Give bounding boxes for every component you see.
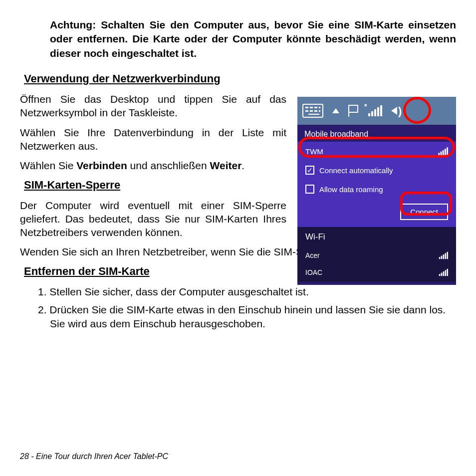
list-text: Drücken Sie die SIM-Karte etwas in den E… [49, 304, 446, 329]
text-fragment: . [241, 160, 244, 171]
network-screenshot: * Mobile broadband TWM ✓ Connect automat… [297, 97, 456, 285]
list-text: Stellen Sie sicher, dass der Computer au… [49, 286, 308, 297]
allow-roaming-label: Allow data roaming [319, 185, 383, 194]
action-center-icon[interactable] [348, 105, 359, 117]
network-panel: Mobile broadband TWM ✓ Connect automatic… [297, 125, 456, 285]
wifi-name-label: Acer [305, 251, 320, 259]
allow-roaming-row[interactable]: Allow data roaming [297, 180, 456, 199]
wifi-item-ioac[interactable]: IOAC [305, 264, 448, 281]
checkbox-icon[interactable]: ✓ [305, 166, 314, 175]
ordered-list: 1. Stellen Sie sicher, dass der Computer… [20, 285, 456, 331]
volume-icon[interactable] [391, 107, 397, 115]
connect-button-row: Connect [297, 199, 456, 227]
warning-text: Achtung: Schalten Sie den Computer aus, … [50, 18, 456, 60]
wifi-item-acer[interactable]: Acer [305, 247, 448, 264]
network-name-label: TWM [305, 147, 323, 156]
wifi-section: Wi-Fi Acer IOAC [297, 227, 456, 282]
checkbox-icon[interactable] [305, 185, 314, 194]
page-footer: 28 - Eine Tour durch Ihren Acer Tablet-P… [20, 452, 168, 461]
show-hidden-icon[interactable] [332, 108, 339, 113]
network-item-twm[interactable]: TWM [297, 142, 456, 161]
mobile-broadband-header: Mobile broadband [297, 125, 456, 142]
connect-button[interactable]: Connect [400, 204, 448, 220]
text-bold-weiter: Weiter [210, 160, 242, 171]
list-item-2: 2. Drücken Sie die SIM-Karte etwas in de… [20, 303, 456, 331]
list-item-1: 1. Stellen Sie sicher, dass der Computer… [20, 285, 456, 299]
wifi-header: Wi-Fi [305, 232, 448, 242]
list-number: 2. [38, 304, 49, 315]
keyboard-icon[interactable] [302, 104, 323, 118]
text-fragment: und anschließen [127, 160, 210, 171]
network-icon[interactable]: * [368, 105, 382, 116]
heading-network: Verwendung der Netzwerkverbindung [24, 72, 456, 85]
text-bold-verbinden: Verbinden [76, 160, 127, 171]
signal-icon [438, 147, 448, 155]
wifi-name-label: IOAC [305, 268, 322, 276]
signal-icon [439, 269, 448, 276]
connect-auto-label: Connect automatically [319, 166, 393, 175]
list-number: 1. [38, 286, 49, 297]
taskbar: * [297, 97, 456, 125]
text-fragment: Wählen Sie [20, 160, 76, 171]
signal-icon [439, 252, 448, 259]
connect-auto-row[interactable]: ✓ Connect automatically [297, 161, 456, 180]
